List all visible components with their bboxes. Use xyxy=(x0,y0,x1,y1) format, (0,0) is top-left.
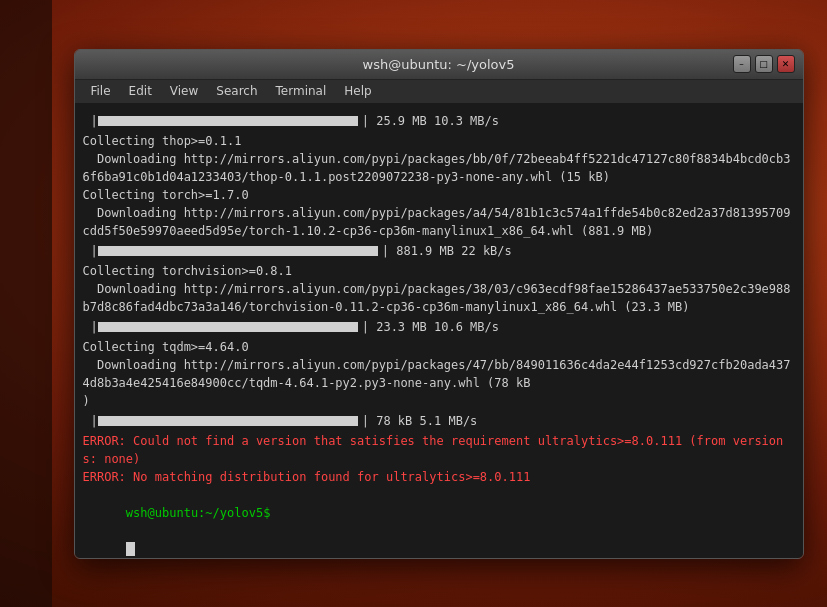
progress-bar-1 xyxy=(98,116,358,126)
progress-bar-4 xyxy=(98,416,358,426)
progress-line-4: | | 78 kB 5.1 MB/s xyxy=(83,412,795,430)
window-title: wsh@ubuntu: ~/yolov5 xyxy=(363,57,515,72)
progress-line-3: | | 23.3 MB 10.6 MB/s xyxy=(83,318,795,336)
terminal-line-2: Downloading http://mirrors.aliyun.com/py… xyxy=(83,150,795,186)
close-button[interactable]: ✕ xyxy=(777,55,795,73)
titlebar: wsh@ubuntu: ~/yolov5 – □ ✕ xyxy=(75,50,803,80)
window-controls: – □ ✕ xyxy=(733,55,795,73)
terminal-line-4: Downloading http://mirrors.aliyun.com/py… xyxy=(83,204,795,240)
terminal-line-6: Downloading http://mirrors.aliyun.com/py… xyxy=(83,280,795,316)
terminal-cursor xyxy=(126,542,135,556)
minimize-button[interactable]: – xyxy=(733,55,751,73)
menu-terminal[interactable]: Terminal xyxy=(268,82,335,100)
menu-search[interactable]: Search xyxy=(208,82,265,100)
menu-view[interactable]: View xyxy=(162,82,206,100)
menu-help[interactable]: Help xyxy=(336,82,379,100)
menu-file[interactable]: File xyxy=(83,82,119,100)
terminal-output[interactable]: | | 25.9 MB 10.3 MB/s Collecting thop>=0… xyxy=(75,104,803,558)
taskbar-left xyxy=(0,0,52,607)
maximize-button[interactable]: □ xyxy=(755,55,773,73)
error-line-1: ERROR: Could not find a version that sat… xyxy=(83,432,795,468)
terminal-line-5: Collecting torchvision>=0.8.1 xyxy=(83,262,795,280)
terminal-window: wsh@ubuntu: ~/yolov5 – □ ✕ File Edit Vie… xyxy=(74,49,804,559)
progress-line-2: | | 881.9 MB 22 kB/s xyxy=(83,242,795,260)
terminal-line-3: Collecting torch>=1.7.0 xyxy=(83,186,795,204)
error-line-2: ERROR: No matching distribution found fo… xyxy=(83,468,795,486)
terminal-line-1: Collecting thop>=0.1.1 xyxy=(83,132,795,150)
progress-bar-2 xyxy=(98,246,378,256)
progress-line-1: | | 25.9 MB 10.3 MB/s xyxy=(83,112,795,130)
terminal-line-7: Collecting tqdm>=4.64.0 xyxy=(83,338,795,356)
terminal-line-8: Downloading http://mirrors.aliyun.com/py… xyxy=(83,356,795,410)
progress-bar-3 xyxy=(98,322,358,332)
menubar: File Edit View Search Terminal Help xyxy=(75,80,803,104)
menu-edit[interactable]: Edit xyxy=(121,82,160,100)
prompt-line: wsh@ubuntu:~/yolov5$ xyxy=(83,486,795,558)
terminal-prompt: wsh@ubuntu:~/yolov5$ xyxy=(126,506,271,520)
